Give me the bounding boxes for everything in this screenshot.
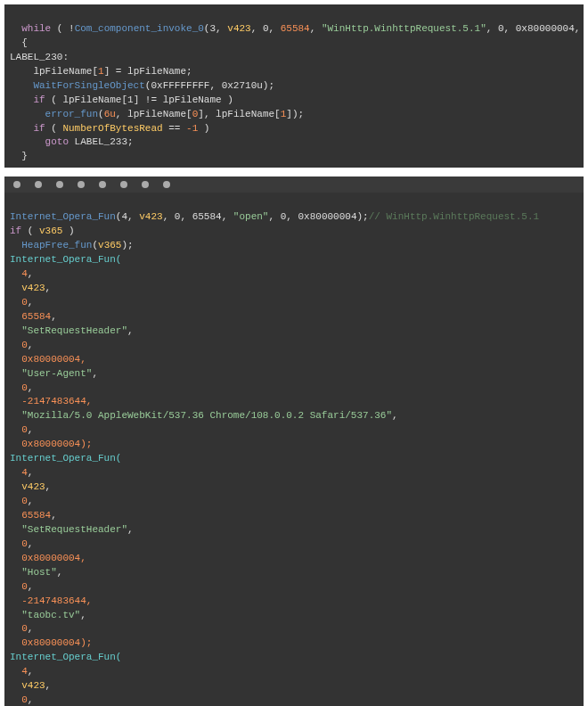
dot-icon	[120, 181, 127, 188]
label-230: LABEL_230:	[10, 52, 69, 62]
dot-icon	[142, 181, 149, 188]
dot-icon	[163, 181, 170, 188]
str-host: "Host"	[21, 567, 57, 578]
dot-icon	[13, 181, 20, 188]
fn-com-invoke: Com_component_invoke_0	[75, 23, 204, 34]
fn-iof-open: Internet_Opera_Fun(	[10, 254, 121, 265]
str-taobc: "taobc.tv"	[21, 610, 80, 620]
code-block-main: Internet_Opera_Fun(4, v423, 0, 65584, "o…	[4, 193, 584, 706]
str-mozilla: "Mozilla/5.0 AppleWebKit/537.36 Chrome/1…	[21, 410, 392, 421]
dot-icon	[78, 181, 85, 188]
kw-while: while	[21, 23, 51, 34]
toolbar-dots	[4, 176, 584, 193]
code-block-top: while ( !Com_component_invoke_0(3, v423,…	[4, 4, 584, 168]
dot-icon	[99, 181, 106, 188]
dot-icon	[56, 181, 63, 188]
dot-icon	[35, 181, 42, 188]
var-v423: v423	[227, 23, 250, 34]
cmt-winhttp: // WinHttp.WinhttpRequest.5.1	[369, 211, 539, 222]
fn-wfso: WaitForSingleObject	[33, 80, 144, 91]
fn-heapfree: HeapFree_fun	[21, 240, 92, 250]
str-ua: "User-Agent"	[21, 368, 92, 379]
str-winhttp: "WinHttp.WinhttpRequest.5.1"	[322, 23, 486, 34]
fn-error: error_fun	[45, 109, 98, 119]
fn-iof: Internet_Opera_Fun	[10, 211, 116, 222]
